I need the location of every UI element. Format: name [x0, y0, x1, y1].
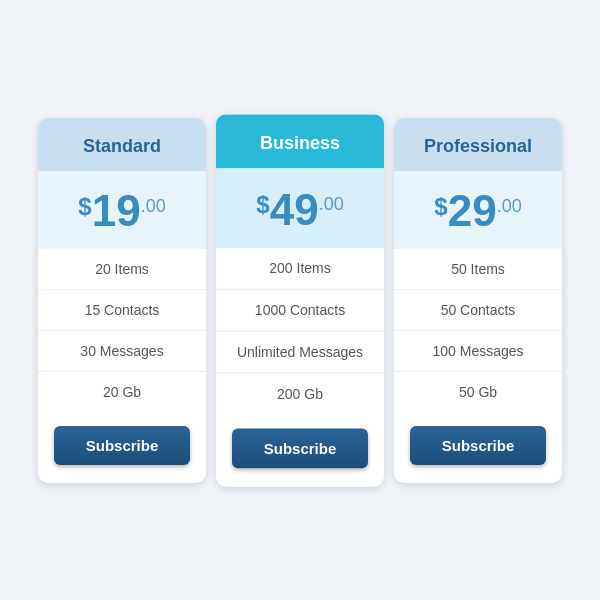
plan-card-standard: Standard$19.0020 Items15 Contacts30 Mess… [38, 118, 206, 483]
plan-feature-standard-0: 20 Items [38, 249, 206, 290]
pricing-container: Standard$19.0020 Items15 Contacts30 Mess… [18, 98, 582, 503]
plan-price-standard: $19.00 [78, 189, 165, 233]
subscribe-button-standard[interactable]: Subscribe [54, 426, 190, 465]
plan-footer-professional: Subscribe [394, 412, 562, 483]
plan-price-box-professional: $29.00 [394, 171, 562, 249]
plan-price-cents-professional: .00 [497, 197, 522, 215]
plan-feature-standard-2: 30 Messages [38, 331, 206, 372]
plan-price-main-standard: 19 [92, 189, 141, 233]
plan-dollar-standard: $ [78, 195, 91, 219]
subscribe-button-professional[interactable]: Subscribe [410, 426, 546, 465]
plan-feature-business-2: Unlimited Messages [216, 331, 384, 373]
plan-price-main-professional: 29 [448, 189, 497, 233]
plan-feature-professional-1: 50 Contacts [394, 290, 562, 331]
plan-dollar-professional: $ [434, 195, 447, 219]
plan-feature-business-1: 1000 Contacts [216, 289, 384, 331]
plan-dollar-business: $ [256, 192, 269, 216]
plan-footer-business: Subscribe [216, 414, 384, 486]
plan-header-professional: Professional [394, 118, 562, 171]
plan-price-cents-business: .00 [319, 194, 344, 212]
plan-features-standard: 20 Items15 Contacts30 Messages20 Gb [38, 249, 206, 412]
plan-feature-professional-3: 50 Gb [394, 372, 562, 412]
plan-header-business: Business [216, 114, 384, 168]
plan-footer-standard: Subscribe [38, 412, 206, 483]
plan-card-professional: Professional$29.0050 Items50 Contacts100… [394, 118, 562, 483]
plan-price-business: $49.00 [256, 186, 343, 231]
plan-features-professional: 50 Items50 Contacts100 Messages50 Gb [394, 249, 562, 412]
plan-price-main-business: 49 [270, 186, 319, 231]
plan-feature-professional-2: 100 Messages [394, 331, 562, 372]
plan-price-box-standard: $19.00 [38, 171, 206, 249]
plan-price-box-business: $49.00 [216, 168, 384, 248]
plan-feature-professional-0: 50 Items [394, 249, 562, 290]
plan-name-professional: Professional [424, 136, 532, 156]
plan-price-cents-standard: .00 [141, 197, 166, 215]
plan-feature-business-0: 200 Items [216, 247, 384, 289]
plan-feature-standard-1: 15 Contacts [38, 290, 206, 331]
plan-header-standard: Standard [38, 118, 206, 171]
plan-name-standard: Standard [83, 136, 161, 156]
plan-features-business: 200 Items1000 ContactsUnlimited Messages… [216, 247, 384, 413]
subscribe-button-business[interactable]: Subscribe [232, 428, 368, 468]
plan-feature-business-3: 200 Gb [216, 373, 384, 414]
plan-name-business: Business [260, 132, 340, 152]
plan-feature-standard-3: 20 Gb [38, 372, 206, 412]
plan-price-professional: $29.00 [434, 189, 521, 233]
plan-card-business: Business$49.00200 Items1000 ContactsUnli… [216, 114, 384, 486]
